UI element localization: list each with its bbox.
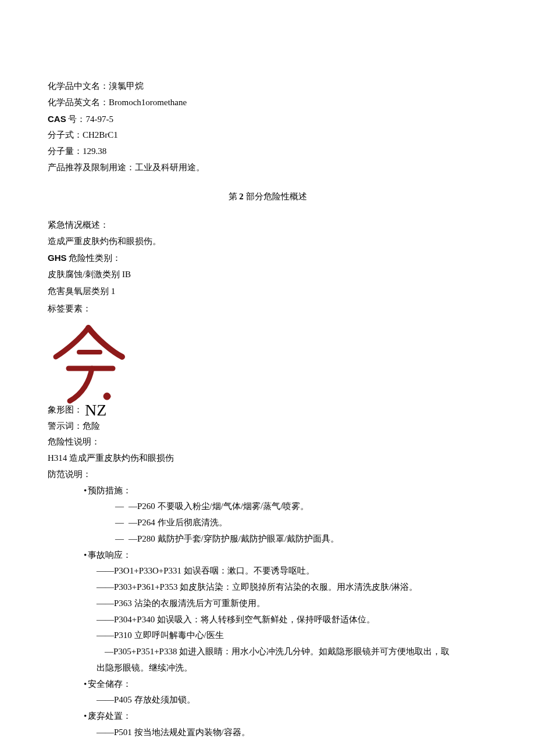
p305-line2: 出隐形眼镜。继续冲洗。 [97, 660, 487, 676]
section-2-title: 第 2 部分危险性概述 [48, 189, 487, 205]
value: 74-97-5 [85, 114, 113, 124]
pictogram-code: NZ [85, 402, 106, 418]
value: Bromoch1oromethane [109, 98, 187, 107]
suffix: 部分危险性概述 [246, 192, 307, 201]
field-cn-name: 化学品中文名：溴氯甲烷 [48, 78, 487, 95]
pictogram-block [48, 323, 487, 404]
p501: ——P501 按当地法规处置内装物/容器。 [97, 725, 487, 741]
field-mw: 分子量：129.38 [48, 144, 487, 160]
storage-heading: 安全储存： [84, 676, 487, 693]
signal-line: 警示词：危险 [48, 418, 487, 435]
p301: ——P3O1+P33O+P331 如误吞咽：漱口。不要诱导呕吐。 [97, 563, 487, 579]
ghs-class-1: 皮肤腐蚀/刺激类别 IB [48, 267, 487, 283]
label-elements: 标签要素： [48, 301, 487, 317]
text-cell: —P280 戴防护手套/穿防护服/戴防护眼罩/戴防护面具。 [129, 531, 344, 547]
ghs-rest: 危险性类别： [67, 253, 122, 263]
ghs-bold: GHS [48, 253, 67, 263]
label: 分子量： [48, 146, 83, 156]
ghs-class-2: 危害臭氧层类别 1 [48, 282, 487, 301]
p264-row: — —P264 作业后彻底清洗。 [115, 515, 232, 531]
emergency-label: 紧急情况概述： [48, 217, 487, 234]
p363: ——P363 沾染的衣服清洗后方可重新使用。 [97, 596, 487, 612]
precaution-label: 防范说明： [48, 467, 487, 483]
value: 工业及科研用途。 [135, 163, 205, 172]
p405: ——P405 存放处须加锁。 [97, 692, 487, 708]
label: 化学品中文名： [48, 81, 109, 91]
signal-label: 警示词： [48, 421, 83, 431]
value: CH2BrC1 [83, 130, 118, 139]
p305-line1: —P305+P351+P338 如进入眼睛：用水小心冲洗几分钟。如戴隐形眼镜并可… [97, 644, 487, 660]
response-heading: 事故响应： [84, 547, 487, 564]
text-cell: —P260 不要吸入粉尘/烟/气体/烟雾/蒸气/喷雾。 [129, 499, 313, 515]
prevent-heading: 预防措施： [84, 483, 487, 499]
label: 化学品英文名： [48, 98, 109, 107]
p303: ——P303+P361+P353 如皮肤沾染：立即脱掉所有沾染的衣服。用水清洗皮… [97, 579, 487, 596]
field-use: 产品推荐及限制用途：工业及科研用途。 [48, 160, 487, 176]
label: 分子式： [48, 130, 83, 139]
prevent-items: — —P260 不要吸入粉尘/烟/气体/烟雾/蒸气/喷雾。 — —P264 作业… [84, 499, 487, 547]
pictogram-line: 象形图： NZ [48, 402, 487, 418]
ling-character-icon [48, 323, 129, 404]
field-en-name: 化学品英文名：Bromoch1oromethane [48, 95, 487, 111]
hazard-h314: H314 造成严重皮肤灼伤和眼损伤 [48, 450, 487, 467]
disposal-heading: 废弃处置： [84, 708, 487, 725]
dash-cell: — [115, 499, 129, 515]
field-formula: 分子式：CH2BrC1 [48, 127, 487, 144]
value: 129.38 [83, 146, 106, 156]
field-cas: CAS 号：74-97-5 [48, 111, 487, 128]
document-page: 化学品中文名：溴氯甲烷 化学品英文名：Bromoch1oromethane CA… [0, 0, 535, 756]
p310: ——P310 立即呼叫解毒中心/医生 [97, 628, 487, 644]
response-items: ——P3O1+P33O+P331 如误吞咽：漱口。不要诱导呕吐。 ——P303+… [84, 563, 487, 676]
label-rest: 号： [66, 114, 86, 124]
storage-items: ——P405 存放处须加锁。 [84, 692, 487, 708]
signal-word: 危险 [83, 421, 100, 431]
number: 2 [237, 192, 246, 201]
dash-cell: — [115, 515, 129, 531]
ghs-label: GHS 危险性类别： [48, 250, 487, 267]
p304: ——P304+P340 如误吸入：将人转移到空气新鲜处，保持呼吸舒适体位。 [97, 612, 487, 628]
prefix: 第 [229, 192, 237, 201]
disposal-items: ——P501 按当地法规处置内装物/容器。 [84, 725, 487, 741]
svg-point-0 [104, 393, 110, 400]
label-bold: CAS [48, 114, 66, 124]
hazard-label: 危险性说明： [48, 434, 487, 450]
text-cell: —P264 作业后彻底清洗。 [129, 515, 232, 531]
dash-cell: — [115, 531, 129, 547]
p260-row: — —P260 不要吸入粉尘/烟/气体/烟雾/蒸气/喷雾。 [115, 499, 313, 515]
label: 产品推荐及限制用途： [48, 163, 135, 172]
precaution-bullets: 预防措施： — —P260 不要吸入粉尘/烟/气体/烟雾/蒸气/喷雾。 — —P… [48, 483, 487, 741]
pictogram-label: 象形图： [48, 402, 83, 418]
emergency-text: 造成严重皮肤灼伤和眼损伤。 [48, 234, 487, 250]
p280-row: — —P280 戴防护手套/穿防护服/戴防护眼罩/戴防护面具。 [115, 531, 344, 547]
value: 溴氯甲烷 [109, 81, 144, 91]
